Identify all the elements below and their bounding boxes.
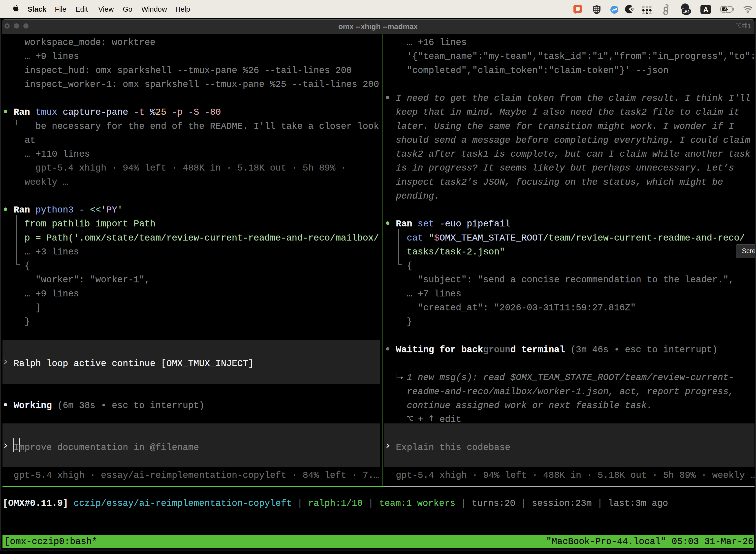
svg-text:..61: ..61 [683,9,690,14]
